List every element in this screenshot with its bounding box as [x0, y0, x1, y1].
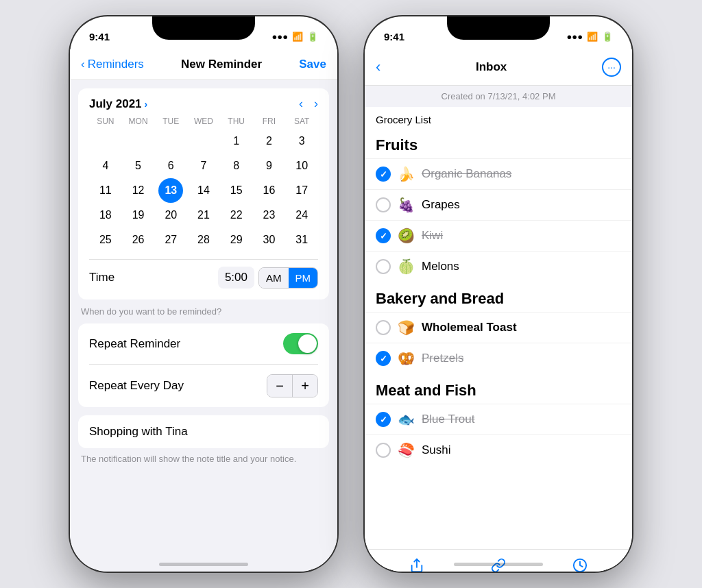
right-screen: 9:41 ●●● 📶 🔋 ‹ Inbox ··· Created on 7/13…: [365, 16, 632, 572]
note-section[interactable]: Shopping with Tina: [78, 415, 329, 448]
repeat-every-label: Repeat Every Day: [89, 379, 184, 393]
cal-day-22[interactable]: 22: [220, 203, 253, 228]
cal-day-18[interactable]: 18: [89, 203, 122, 228]
cal-day-12[interactable]: 12: [122, 178, 155, 203]
right-status-time: 9:41: [384, 31, 404, 42]
cal-day-10[interactable]: 10: [285, 154, 318, 178]
home-indicator: [159, 563, 248, 566]
grapes-emoji: 🍇: [398, 197, 415, 213]
day-header-tue: TUE: [154, 117, 187, 126]
calendar-section: July 2021 › ‹ › SUN MON TUE WED THU: [78, 88, 329, 299]
cal-day-13[interactable]: 13: [154, 178, 187, 203]
item-melons: Melons: [422, 260, 459, 273]
checkbox-pretzels[interactable]: [376, 351, 391, 366]
time-value[interactable]: 5:00: [218, 267, 254, 289]
cal-day-26[interactable]: 26: [122, 228, 155, 252]
prev-month-button[interactable]: ‹: [299, 97, 303, 111]
checkbox-sushi[interactable]: [376, 443, 391, 458]
list-item: 🥨 Pretzels: [365, 343, 632, 373]
cal-empty: [187, 129, 220, 154]
save-button[interactable]: Save: [299, 58, 326, 71]
checkbox-organic-bananas[interactable]: [376, 167, 391, 182]
ampm-group: AM PM: [258, 267, 318, 289]
cal-day-2[interactable]: 2: [253, 129, 286, 154]
cal-day-28[interactable]: 28: [187, 228, 220, 252]
battery-icon: 🔋: [307, 32, 318, 42]
cal-day-25[interactable]: 25: [89, 228, 122, 252]
cal-day-19[interactable]: 19: [122, 203, 155, 228]
right-home-indicator: [454, 563, 543, 566]
share-button[interactable]: [409, 558, 424, 572]
cal-day-7[interactable]: 7: [187, 154, 220, 178]
nav-title: New Reminder: [181, 58, 262, 71]
cal-day-29[interactable]: 29: [220, 228, 253, 252]
chevron-left-icon: ‹: [81, 58, 85, 71]
cal-day-15[interactable]: 15: [220, 178, 253, 203]
checkbox-wholemeal[interactable]: [376, 320, 391, 335]
wifi-icon: 📶: [292, 32, 303, 42]
cal-day-14[interactable]: 14: [187, 178, 220, 203]
reminder-hint: When do you want to be reminded?: [70, 299, 337, 323]
repeat-reminder-row: Repeat Reminder: [89, 323, 318, 364]
checkbox-kiwi[interactable]: [376, 228, 391, 243]
checkbox-blue-trout[interactable]: [376, 412, 391, 427]
repeat-reminder-label: Repeat Reminder: [89, 337, 180, 351]
stepper-plus-button[interactable]: +: [293, 375, 317, 397]
list-item: 🍇 Grapes: [365, 189, 632, 220]
repeat-every-row: Repeat Every Day − +: [89, 364, 318, 407]
cal-day-3[interactable]: 3: [285, 129, 318, 154]
pm-button[interactable]: PM: [289, 268, 318, 288]
cal-day-23[interactable]: 23: [253, 203, 286, 228]
repeat-reminder-toggle[interactable]: [283, 333, 318, 354]
inbox-nav: ‹ Inbox ···: [365, 49, 632, 86]
inbox-back-button[interactable]: ‹: [376, 58, 380, 76]
checkbox-melons[interactable]: [376, 259, 391, 274]
cal-day-4[interactable]: 4: [89, 154, 122, 178]
am-button[interactable]: AM: [259, 268, 289, 288]
list-item: 🍌 Organic Bananas: [365, 158, 632, 189]
back-button[interactable]: ‹ Reminders: [81, 58, 144, 71]
section-bakery: Bakery and Bread: [365, 282, 632, 312]
notch-right: [447, 16, 550, 40]
cal-day-20[interactable]: 20: [154, 203, 187, 228]
cal-day-17[interactable]: 17: [285, 178, 318, 203]
cal-day-8[interactable]: 8: [220, 154, 253, 178]
list-item: 🐟 Blue Trout: [365, 404, 632, 434]
day-header-sun: SUN: [89, 117, 122, 126]
day-header-fri: FRI: [253, 117, 286, 126]
right-status-icons: ●●● 📶 🔋: [566, 32, 613, 42]
note-hint: The notification will show the note titl…: [70, 448, 337, 475]
list-item: 🥝 Kiwi: [365, 220, 632, 251]
cal-day-1[interactable]: 1: [220, 129, 253, 154]
cal-day-31[interactable]: 31: [285, 228, 318, 252]
bread-emoji: 🍞: [398, 319, 415, 336]
right-signal-icon: ●●●: [566, 32, 583, 42]
day-header-wed: WED: [187, 117, 220, 126]
kiwi-emoji: 🥝: [398, 228, 415, 244]
month-label: July 2021: [89, 97, 142, 111]
right-phone: 9:41 ●●● 📶 🔋 ‹ Inbox ··· Created on 7/13…: [365, 16, 632, 572]
cal-day-16[interactable]: 16: [253, 178, 286, 203]
calendar-grid: SUN MON TUE WED THU FRI SAT 1: [89, 117, 318, 252]
sushi-emoji: 🍣: [398, 442, 415, 458]
next-month-button[interactable]: ›: [314, 97, 318, 111]
cal-day-27[interactable]: 27: [154, 228, 187, 252]
item-organic-bananas: Organic Bananas: [422, 167, 511, 181]
inbox-more-button[interactable]: ···: [602, 58, 621, 77]
cal-day-11[interactable]: 11: [89, 178, 122, 203]
melon-emoji: 🍈: [398, 258, 415, 275]
cal-day-24[interactable]: 24: [285, 203, 318, 228]
calendar-month-title: July 2021 ›: [89, 97, 147, 111]
inbox-title: Inbox: [476, 60, 507, 74]
cal-empty: [122, 129, 155, 154]
cal-day-21[interactable]: 21: [187, 203, 220, 228]
checkbox-grapes[interactable]: [376, 197, 391, 212]
reminder-clock-button[interactable]: [572, 558, 588, 572]
cal-day-6[interactable]: 6: [154, 154, 187, 178]
stepper-minus-button[interactable]: −: [267, 375, 292, 397]
cal-day-5[interactable]: 5: [122, 154, 155, 178]
cal-day-9[interactable]: 9: [253, 154, 286, 178]
calendar-nav: ‹ ›: [299, 97, 318, 111]
grocery-list-title: Grocery List: [365, 107, 632, 128]
cal-day-30[interactable]: 30: [253, 228, 286, 252]
